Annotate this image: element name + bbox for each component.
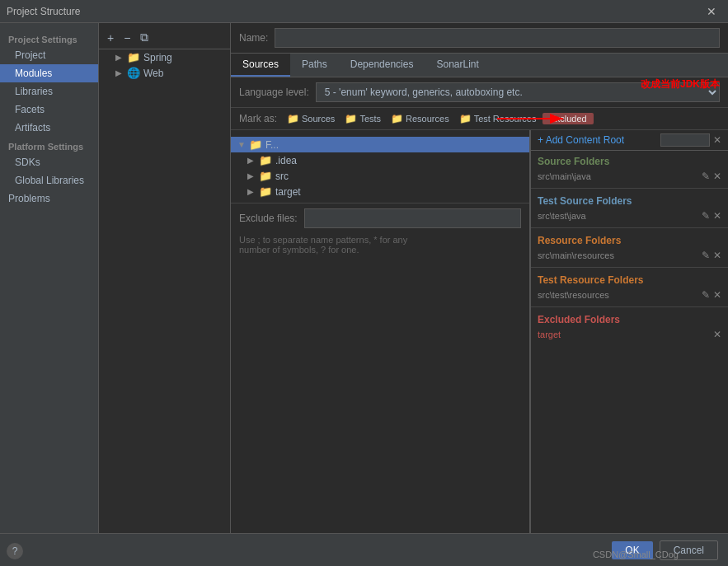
file-tree-item-src[interactable]: ▶ 📁 src xyxy=(231,168,529,184)
module-name-row: Name: xyxy=(231,23,728,54)
tab-sonarlint[interactable]: SonarLint xyxy=(425,54,490,77)
test-source-folders-title: Test Source Folders xyxy=(538,195,721,207)
file-tree-item-target[interactable]: ▶ 📁 target xyxy=(231,184,529,199)
module-name-input[interactable] xyxy=(275,28,720,48)
sidebar-item-artifacts[interactable]: Artifacts xyxy=(0,119,98,137)
edit-source-folder-button[interactable]: ✎ xyxy=(702,171,710,182)
resource-folder-path-text: src\main\resources xyxy=(538,250,614,260)
sidebar-item-problems[interactable]: Problems xyxy=(0,189,98,208)
folder-icon: 🌐 xyxy=(127,67,140,79)
tests-icon: 📁 xyxy=(345,113,357,124)
module-name-label: Name: xyxy=(239,32,268,44)
sidebar: Project Settings Project Modules Librari… xyxy=(0,23,99,533)
sidebar-item-global-libraries[interactable]: Global Libraries xyxy=(0,171,98,189)
expand-icon: ▼ xyxy=(237,140,246,149)
edit-resource-folder-button[interactable]: ✎ xyxy=(702,250,710,261)
tab-dependencies[interactable]: Dependencies xyxy=(339,54,425,77)
test-source-folder-path: src\test\java ✎ ✕ xyxy=(538,209,721,222)
file-tree-item-label: target xyxy=(275,186,301,198)
resources-icon: 📁 xyxy=(391,113,403,124)
divider xyxy=(531,188,728,189)
divider xyxy=(531,267,728,268)
mark-as-row: Mark as: 📁 Sources 📁 Tests 📁 Resources 📁… xyxy=(231,108,728,130)
sidebar-item-project[interactable]: Project xyxy=(0,46,98,64)
excluded-folder-path-actions: ✕ xyxy=(713,329,721,340)
remove-module-button[interactable]: − xyxy=(120,30,134,45)
mark-as-label: Mark as: xyxy=(239,113,277,124)
sidebar-item-sdks[interactable]: SDKs xyxy=(0,153,98,171)
edit-test-resource-folder-button[interactable]: ✎ xyxy=(702,289,710,301)
remove-test-resource-folder-button[interactable]: ✕ xyxy=(713,289,721,301)
test-resources-btn-label: Test Resources xyxy=(474,114,537,124)
help-button[interactable]: ? xyxy=(7,543,23,559)
mark-tests-button[interactable]: 📁 Tests xyxy=(341,112,384,125)
language-level-select[interactable]: 5 - 'enum' keyword, generics, autoboxing… xyxy=(316,82,720,102)
folder-icon: 📁 xyxy=(259,170,272,182)
exclude-files-section: Exclude files: Use ; to separate name pa… xyxy=(231,203,529,260)
edit-test-source-folder-button[interactable]: ✎ xyxy=(702,210,710,222)
excluded-folders-section: Excluded Folders target ✕ xyxy=(531,309,728,344)
sidebar-item-facets[interactable]: Facets xyxy=(0,101,98,119)
right-pane-search-input[interactable] xyxy=(660,133,710,147)
file-tree-item-label: src xyxy=(275,171,289,182)
remove-source-folder-button[interactable]: ✕ xyxy=(713,171,721,182)
exclude-files-label: Exclude files: xyxy=(239,213,298,224)
module-label: Web xyxy=(143,68,163,79)
copy-module-button[interactable]: ⧉ xyxy=(137,30,152,45)
divider xyxy=(531,227,728,228)
source-folders-section: Source Folders src\main\java ✎ ✕ xyxy=(531,151,728,186)
ok-button[interactable]: OK xyxy=(612,541,652,559)
excluded-folder-path: target ✕ xyxy=(538,328,721,341)
source-folder-path-actions: ✎ ✕ xyxy=(702,171,721,182)
close-button[interactable]: ✕ xyxy=(702,3,721,20)
exclude-files-row: Exclude files: xyxy=(231,203,529,233)
test-resource-folder-path: src\test\resources ✎ ✕ xyxy=(538,288,721,302)
tab-sources[interactable]: Sources xyxy=(231,54,290,77)
add-content-root-button[interactable]: + Add Content Root xyxy=(538,134,624,146)
remove-test-source-folder-button[interactable]: ✕ xyxy=(713,210,721,222)
file-tree: ▼ 📁 F... ▶ 📁 .idea ▶ 📁 src xyxy=(231,133,529,203)
window-title: Project Structure xyxy=(7,6,702,17)
folder-icon: 📁 xyxy=(127,51,140,63)
expand-icon: ▶ xyxy=(247,187,256,196)
mark-excluded-button[interactable]: Excluded xyxy=(542,113,593,124)
test-resources-icon: 📁 xyxy=(459,113,472,124)
sidebar-item-modules[interactable]: Modules xyxy=(0,64,98,82)
sources-btn-label: Sources xyxy=(302,114,335,124)
language-level-label: Language level: xyxy=(239,87,309,98)
source-folders-title: Source Folders xyxy=(538,156,721,167)
add-module-button[interactable]: + xyxy=(104,30,117,45)
language-level-row: Language level: 5 - 'enum' keyword, gene… xyxy=(231,77,728,108)
mark-test-resources-button[interactable]: 📁 Test Resources xyxy=(456,112,540,125)
file-tree-item-root[interactable]: ▼ 📁 F... xyxy=(231,137,529,152)
module-tree-item-web[interactable]: ▶ 🌐 Web xyxy=(99,65,230,81)
tab-paths[interactable]: Paths xyxy=(290,54,339,77)
content-area: Name: Sources Paths Dependencies SonarLi… xyxy=(231,23,728,533)
resource-folder-path: src\main\resources ✎ ✕ xyxy=(538,249,721,262)
tabs-bar: Sources Paths Dependencies SonarLint xyxy=(231,54,728,77)
file-tree-item-label: .idea xyxy=(275,155,297,166)
remove-excluded-folder-button[interactable]: ✕ xyxy=(713,329,721,340)
mark-resources-button[interactable]: 📁 Resources xyxy=(387,112,453,125)
source-folder-path: src\main\java ✎ ✕ xyxy=(538,170,721,183)
bottom-bar: OK Cancel xyxy=(0,533,728,566)
folder-icon: 📁 xyxy=(259,154,272,166)
file-tree-pane: ▼ 📁 F... ▶ 📁 .idea ▶ 📁 src xyxy=(231,130,530,533)
mark-sources-button[interactable]: 📁 Sources xyxy=(284,112,338,125)
right-pane: + Add Content Root ✕ Source Folders src\… xyxy=(530,130,728,533)
test-resource-folders-section: Test Resource Folders src\test\resources… xyxy=(531,269,728,305)
sidebar-item-libraries[interactable]: Libraries xyxy=(0,82,98,101)
close-search-icon[interactable]: ✕ xyxy=(713,134,721,146)
exclude-files-hint: Use ; to separate name patterns, * for a… xyxy=(231,233,529,260)
resource-folder-path-actions: ✎ ✕ xyxy=(702,250,721,261)
module-tree-item-spring[interactable]: ▶ 📁 Spring xyxy=(99,49,230,65)
cancel-button[interactable]: Cancel xyxy=(660,540,718,560)
expand-icon: ▶ xyxy=(247,171,256,180)
remove-resource-folder-button[interactable]: ✕ xyxy=(713,250,721,261)
source-folder-path-text: src\main\java xyxy=(538,171,591,181)
exclude-files-input[interactable] xyxy=(304,208,521,228)
folder-icon: 📁 xyxy=(249,138,262,151)
test-resource-folder-path-actions: ✎ ✕ xyxy=(702,289,721,301)
resource-folders-section: Resource Folders src\main\resources ✎ ✕ xyxy=(531,230,728,265)
file-tree-item-idea[interactable]: ▶ 📁 .idea xyxy=(231,152,529,168)
